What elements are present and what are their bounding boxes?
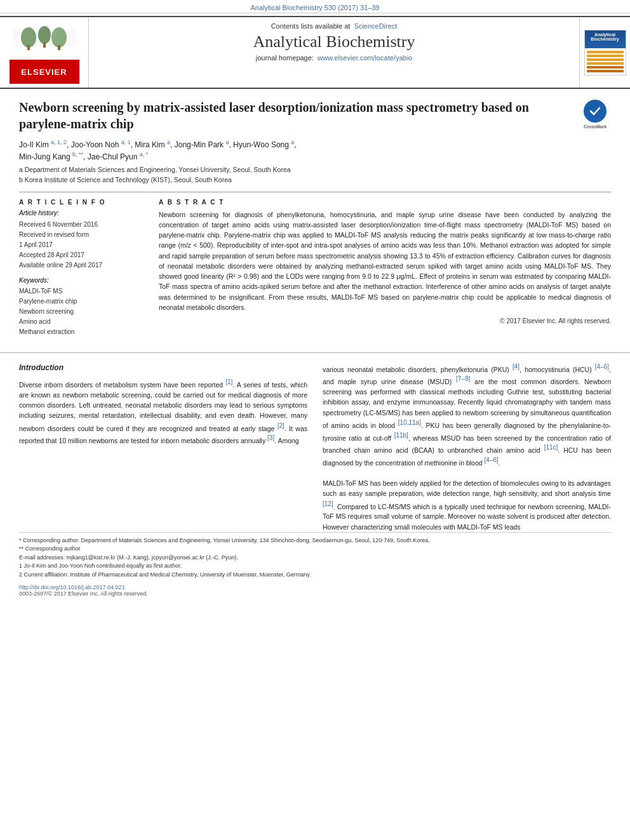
ref-4-6b: [4–6] (485, 457, 499, 463)
keyword-1: MALDI-ToF MS (19, 286, 146, 297)
ref-12: [12] (323, 500, 333, 507)
svg-rect-4 (27, 45, 30, 50)
issn-line: 0003-2697/© 2017 Elsevier Inc. All right… (19, 590, 611, 597)
section-divider (0, 352, 630, 353)
crossmark[interactable]: CrossMark (579, 99, 611, 131)
intro-text-left: Diverse inborn disorders of metabolism s… (19, 377, 307, 446)
header-left: ELSEVIER (0, 17, 89, 88)
body-col-left: Introduction Diverse inborn disorders of… (19, 362, 307, 532)
ref-4: [4] (513, 363, 519, 370)
footnote-email: E-mail addresses: mjkang1@kist.re.kr (M.… (19, 554, 611, 563)
body-content: Introduction Diverse inborn disorders of… (0, 362, 630, 532)
journal-citation: Analytical Biochemistry 530 (2017) 31–39 (250, 4, 379, 11)
ab-journal-logo: AnalyticalBiochemistry (584, 30, 626, 76)
footnote-star: * Corresponding author. Department of Ma… (19, 537, 611, 545)
page-footer: http://dx.doi.org/10.1016/j.ab.2017.04.0… (0, 579, 630, 601)
article-title: Newborn screening by matrix-assisted las… (19, 99, 611, 132)
article-content: Newborn screening by matrix-assisted las… (0, 89, 630, 343)
header-center: Contents lists available at ScienceDirec… (89, 17, 579, 88)
authors-line: Jo-Il Kim a, 1, 2, Joo-Yoon Noh a, 1, Mi… (19, 138, 611, 163)
contents-line: Contents lists available at ScienceDirec… (271, 22, 398, 30)
history-label: Article history: (19, 210, 146, 217)
ref-11b: [11b] (394, 432, 408, 439)
elsevier-logo: ELSEVIER (10, 60, 79, 84)
ref-3: [3] (267, 434, 274, 441)
footnote-double-star: ** Corresponding author (19, 545, 611, 554)
affiliations: a Department of Materials Sciences and E… (19, 165, 611, 185)
ref-1: [1] (225, 378, 232, 385)
article-info-column: A R T I C L E I N F O Article history: R… (19, 199, 146, 337)
svg-point-1 (21, 27, 36, 48)
copyright: © 2017 Elsevier Inc. All rights reserved… (159, 317, 611, 324)
svg-point-3 (51, 27, 67, 48)
footnote-2: 2 Current affiliation: Institute of Phar… (19, 571, 611, 580)
article-info-abstract: A R T I C L E I N F O Article history: R… (19, 192, 611, 337)
introduction-title: Introduction (19, 362, 307, 374)
history-received: Received 6 November 2016 (19, 220, 146, 230)
abstract-column: A B S T R A C T Newborn screening for di… (159, 199, 611, 337)
body-col-right: various neonatal metabolic disorders, ph… (323, 362, 611, 532)
journal-bar: Analytical Biochemistry 530 (2017) 31–39 (0, 0, 630, 13)
keywords-label: Keywords: (19, 277, 146, 284)
history-revised-date: 1 April 2017 (19, 240, 146, 250)
journal-homepage: journal homepage: www.elsevier.com/locat… (256, 54, 412, 62)
journal-title-main: Analytical Biochemistry (253, 32, 415, 51)
history-revised-label: Received in revised form (19, 230, 146, 240)
crossmark-icon (584, 100, 607, 123)
header-area: ELSEVIER Contents lists available at Sci… (0, 16, 630, 89)
header-right: AnalyticalBiochemistry (579, 17, 630, 88)
crossmark-check-icon (588, 104, 602, 118)
svg-rect-6 (58, 45, 60, 50)
intro-text-right: various neonatal metabolic disorders, ph… (323, 362, 611, 532)
elsevier-tree-icon (10, 22, 79, 57)
ref-4-6: [4–6] (595, 363, 609, 370)
ref-2: [2] (278, 422, 285, 429)
affiliation-b: b Korea Institute of Science and Technol… (19, 175, 611, 185)
keyword-4: Amino acid (19, 317, 146, 327)
footnote-1: 1 Jo-Il Kim and Joo-Yoon Noh contributed… (19, 562, 611, 571)
footnote-area: * Corresponding author. Department of Ma… (19, 532, 611, 580)
keyword-3: Newborn screening (19, 307, 146, 317)
keyword-2: Parylene-matrix chip (19, 297, 146, 307)
abstract-header: A B S T R A C T (159, 199, 611, 206)
page: Analytical Biochemistry 530 (2017) 31–39… (0, 0, 630, 840)
affiliation-a: a Department of Materials Sciences and E… (19, 165, 611, 175)
svg-point-2 (38, 26, 51, 44)
ref-10-11a: [10,11a] (398, 419, 421, 426)
svg-rect-5 (43, 43, 46, 48)
doi-link[interactable]: http://dx.doi.org/10.1016/j.ab.2017.04.0… (19, 584, 611, 590)
crossmark-label: CrossMark (584, 124, 607, 130)
ref-11c: [11c] (544, 444, 558, 451)
article-info-header: A R T I C L E I N F O (19, 199, 146, 206)
history-accepted: Accepted 28 April 2017 (19, 250, 146, 260)
history-online: Available online 29 April 2017 (19, 260, 146, 270)
keyword-5: Methanol extraction (19, 327, 146, 337)
abstract-text: Newborn screening for diagnosis of pheny… (159, 210, 611, 313)
ref-7-9: [7–9] (456, 375, 470, 382)
journal-homepage-link[interactable]: www.elsevier.com/locate/yabio (318, 54, 412, 62)
sciencedirect-link[interactable]: ScienceDirect (354, 22, 398, 30)
